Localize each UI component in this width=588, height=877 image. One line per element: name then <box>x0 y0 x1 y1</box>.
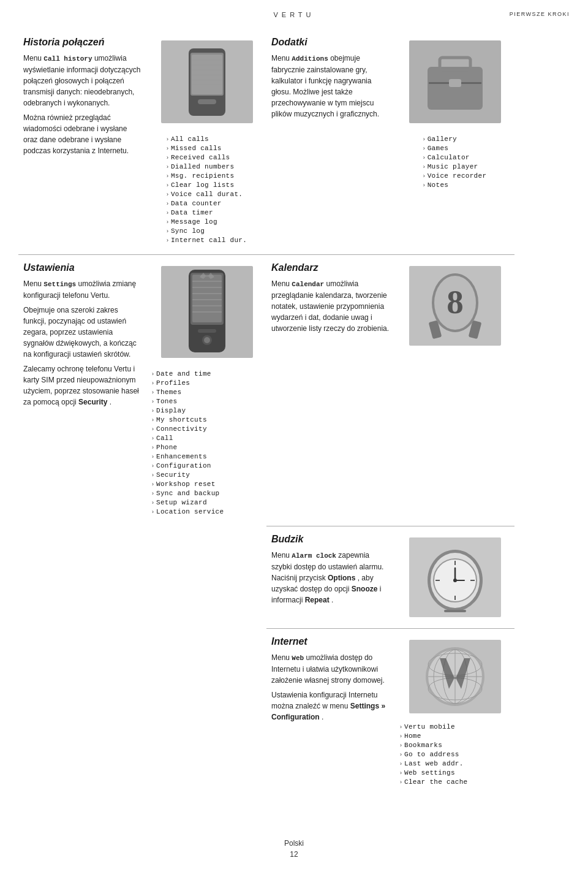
arrow-icon: › <box>423 182 425 188</box>
kalendarz-body: Menu Calendar umożliwia przeglądanie kal… <box>271 278 390 334</box>
arrow-icon: › <box>152 481 154 487</box>
historia-image <box>161 40 253 123</box>
historia-title: Historia połączeń <box>23 37 142 48</box>
list-item: ›Clear log lists <box>167 180 247 189</box>
arrow-icon: › <box>423 173 425 179</box>
arrow-icon: › <box>423 145 425 151</box>
dodatki-body: Menu Additions obejmuje fabrycznie zains… <box>271 53 390 120</box>
footer-page-number: 12 <box>290 850 298 859</box>
arrow-icon: › <box>400 742 402 748</box>
arrow-icon: › <box>167 191 168 197</box>
ustawienia-title: Ustawienia <box>23 262 142 273</box>
list-item: ›Connectivity <box>152 424 262 433</box>
arrow-icon: › <box>423 164 425 170</box>
list-item: ›Profiles <box>152 378 262 387</box>
budzik-image <box>395 526 514 628</box>
arrow-icon: › <box>167 219 168 225</box>
historia-section: Historia połączeń Menu Call history umoż… <box>18 29 147 254</box>
ustawienia-menu-list: ›Date and time ›Profiles ›Themes ›Tones … <box>152 369 262 516</box>
list-item: ›Internet call dur. <box>167 235 247 245</box>
arrow-icon: › <box>167 173 168 179</box>
svg-point-41 <box>453 579 457 582</box>
arrow-icon: › <box>152 417 154 423</box>
list-item: ›Received calls <box>167 153 247 162</box>
budzik-menu-label: Alarm clock <box>292 552 336 560</box>
list-item: ›Dialled numbers <box>167 162 247 171</box>
list-item: ›Themes <box>152 387 262 397</box>
svg-rect-13 <box>449 79 461 87</box>
svg-point-18 <box>204 337 210 343</box>
number8-icon: 8 <box>424 269 486 343</box>
main-content: Historia połączeń Menu Call history umoż… <box>0 29 588 796</box>
arrow-icon: › <box>167 237 168 243</box>
ustawienia-body: Menu Settings umożliwia zmianę konfigura… <box>23 278 142 408</box>
list-item: ›Location service <box>152 507 262 516</box>
historia-menu-list: ›All calls ›Missed calls ›Received calls… <box>167 134 247 245</box>
ustawienia-image-list: ›Date and time ›Profiles ›Themes ›Tones … <box>147 254 266 526</box>
list-item: ›Music player <box>423 162 487 171</box>
internet-image-list: ›Vertu mobile ›Home ›Bookmarks ›Go to ad… <box>395 628 514 796</box>
internet-image <box>409 640 501 713</box>
dodatki-image <box>409 40 501 123</box>
arrow-icon: › <box>167 154 168 161</box>
historia-menu-label: Call history <box>43 55 92 63</box>
list-item: ›Voice recorder <box>423 171 487 180</box>
kalendarz-title: Kalendarz <box>271 262 390 273</box>
budzik-section: Budzik Menu Alarm clock zapewnia szybki … <box>266 526 395 628</box>
svg-rect-10 <box>428 67 483 110</box>
list-item: ›Phone <box>152 442 262 452</box>
list-item: ›Msg. recipients <box>167 171 247 180</box>
list-item: ›Data timer <box>167 208 247 217</box>
clock-image <box>409 537 501 617</box>
arrow-icon: › <box>152 435 154 441</box>
svg-rect-19 <box>198 329 216 333</box>
internet-section: Internet Menu Web umożliwia dostęp do In… <box>266 628 395 796</box>
svg-text:8: 8 <box>447 283 464 321</box>
list-item: ›Calculator <box>423 153 487 162</box>
internet-menu-label: Web <box>292 655 304 662</box>
list-item: ›Missed calls <box>167 143 247 153</box>
footer-language: Polski <box>284 839 304 848</box>
list-item: ›Bookmarks <box>400 740 510 750</box>
ustawienia-section: Ustawienia Menu Settings umożliwia zmian… <box>18 254 147 526</box>
list-item: ›Date and time <box>152 369 262 378</box>
list-item: ›Message log <box>167 217 247 226</box>
ustawienia-menu-label: Settings <box>43 281 76 288</box>
list-item: ›Home <box>400 731 510 740</box>
list-item: ›Voice call durat. <box>167 189 247 199</box>
historia-body: Menu Call history umożliwia wyświetlanie… <box>23 53 142 156</box>
svg-rect-2 <box>198 99 216 104</box>
vertu-globe-icon <box>421 643 489 710</box>
arrow-icon: › <box>167 200 168 207</box>
dodatki-menu-label: Additions <box>292 55 328 63</box>
page-footer: Polski 12 <box>0 839 588 859</box>
bag-icon <box>421 45 489 119</box>
arrow-icon: › <box>400 770 402 776</box>
arrow-icon: › <box>167 210 168 216</box>
list-item: ›Clear the cache <box>400 777 510 786</box>
budzik-body: Menu Alarm clock zapewnia szybki dostęp … <box>271 550 390 606</box>
arrow-icon: › <box>152 499 154 506</box>
list-item: ›Sync log <box>167 226 247 235</box>
list-item: ›Last web addr. <box>400 759 510 768</box>
list-item: ›Notes <box>423 180 487 189</box>
dodatki-section: Dodatki Menu Additions obejmuje fabryczn… <box>266 29 395 254</box>
list-item: ›Data counter <box>167 199 247 208</box>
list-item: ›Go to address <box>400 750 510 759</box>
internet-body: Menu Web umożliwia dostęp do Internetu i… <box>271 652 390 723</box>
budzik-title: Budzik <box>271 534 390 545</box>
list-item: ›My shortcuts <box>152 415 262 424</box>
list-item: ›Display <box>152 406 262 415</box>
arrow-icon: › <box>167 164 168 170</box>
clock-icon <box>418 541 492 614</box>
ustawienia-image <box>161 266 253 358</box>
brand-logo: VERTU <box>273 11 314 18</box>
list-item: ›Security <box>152 470 262 479</box>
arrow-icon: › <box>400 761 402 767</box>
arrow-icon: › <box>152 472 154 478</box>
arrow-icon: › <box>152 509 154 515</box>
kalendarz-section: Kalendarz Menu Calendar umożliwia przegl… <box>266 254 395 526</box>
arrow-icon: › <box>152 371 154 377</box>
arrow-icon: › <box>152 398 154 404</box>
arrow-icon: › <box>167 182 168 188</box>
